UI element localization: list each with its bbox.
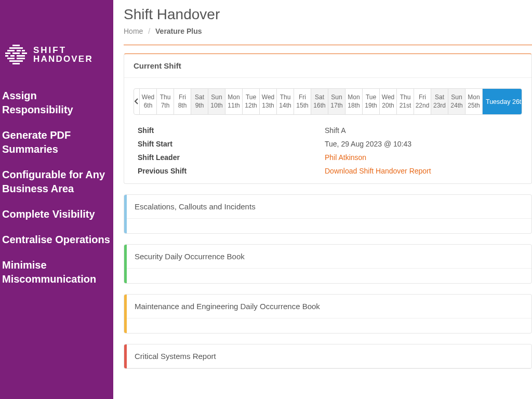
date-cell[interactable]: Sat9th: [191, 89, 208, 114]
main-content: Shift Handover Home / Verature Plus Curr…: [113, 0, 532, 399]
svg-rect-0: [12, 45, 20, 46]
date-cell[interactable]: Sat16th: [311, 89, 328, 114]
panel-critical[interactable]: Critical Systems Report: [124, 344, 532, 369]
brand-line2: HANDOVER: [33, 55, 93, 63]
svg-rect-8: [5, 55, 8, 57]
date-dow: Tue: [363, 93, 379, 101]
sidebar: SHIFT HANDOVER Assign Responsibility Gen…: [0, 0, 113, 399]
svg-rect-5: [5, 52, 10, 54]
panel-header-escalations: Escalations, Callouts and Incidents: [124, 195, 531, 219]
svg-rect-12: [17, 58, 25, 59]
date-dow: Mon: [466, 93, 482, 101]
svg-rect-6: [12, 52, 20, 54]
date-dow: Fri: [294, 93, 311, 101]
date-cell[interactable]: Thu21st: [397, 89, 414, 114]
breadcrumb: Home / Verature Plus: [124, 27, 532, 35]
panel-escalations[interactable]: Escalations, Callouts and Incidents: [124, 194, 532, 234]
page-title: Shift Handover: [124, 6, 532, 23]
date-cell[interactable]: Tue19th: [363, 89, 380, 114]
panel-body-maintenance: [124, 318, 531, 333]
date-num: 18th: [345, 101, 362, 110]
date-num: 11th: [225, 101, 242, 110]
breadcrumb-home[interactable]: Home: [124, 27, 143, 35]
svg-rect-7: [22, 52, 27, 54]
date-cell[interactable]: Thu7th: [157, 89, 174, 114]
date-dow: Thu: [157, 93, 174, 101]
svg-rect-13: [9, 60, 23, 62]
brand-text: SHIFT HANDOVER: [33, 46, 93, 63]
date-dow: Fri: [174, 93, 191, 101]
chevron-left-icon: [134, 98, 139, 106]
svg-rect-14: [12, 63, 20, 64]
date-cell[interactable]: Sun10th: [208, 89, 225, 114]
shift-info: Shift Shift A Shift Start Tue, 29 Aug 20…: [134, 126, 522, 175]
sidebar-item-minimise-miscommunication[interactable]: Minimise Miscommunication: [0, 252, 113, 292]
date-num: 25th: [466, 101, 482, 110]
date-cell[interactable]: Sat23rd: [431, 89, 448, 114]
date-cell[interactable]: Fri15th: [294, 89, 311, 114]
svg-rect-11: [7, 58, 15, 59]
link-download-report[interactable]: Download Shift Handover Report: [325, 167, 431, 175]
date-dow: Sun: [448, 93, 465, 101]
date-cell[interactable]: Mon18th: [345, 89, 363, 114]
date-num: 17th: [328, 101, 345, 110]
date-today[interactable]: Tuesday 26th, September: [483, 89, 522, 114]
link-shift-leader[interactable]: Phil Atkinson: [325, 153, 366, 162]
date-cell[interactable]: Wed6th: [140, 89, 157, 114]
date-dow: Sat: [311, 93, 328, 101]
date-num: 19th: [363, 101, 379, 110]
panel-header-security: Security Daily Occurrence Book: [124, 245, 531, 269]
date-cell[interactable]: Mon25th: [466, 89, 483, 114]
panel-body-security: [124, 269, 531, 283]
date-num: 24th: [448, 101, 465, 110]
date-dow: Thu: [277, 93, 294, 101]
value-previous-shift: Download Shift Handover Report: [325, 167, 518, 175]
date-cell[interactable]: Fri22nd: [414, 89, 431, 114]
label-previous-shift: Previous Shift: [138, 167, 325, 175]
date-dow: Mon: [225, 93, 242, 101]
panel-header-maintenance: Maintenance and Engineering Daily Occurr…: [124, 295, 531, 318]
date-cell[interactable]: Tue12th: [243, 89, 260, 114]
date-cell[interactable]: Sun24th: [448, 89, 466, 114]
date-num: 20th: [380, 101, 396, 110]
date-dow: Sun: [328, 93, 345, 101]
date-cell[interactable]: Wed13th: [260, 89, 277, 114]
date-num: 14th: [277, 101, 294, 110]
panel-body-current-shift: Wed6thThu7thFri8thSat9thSun10thMon11thTu…: [124, 78, 531, 183]
date-dow: Fri: [414, 93, 431, 101]
date-num: 7th: [157, 101, 174, 110]
date-num: 6th: [140, 101, 156, 110]
date-prev-button[interactable]: [134, 89, 140, 114]
date-cell[interactable]: Wed20th: [380, 89, 397, 114]
date-cell[interactable]: Sun17th: [328, 89, 345, 114]
date-num: 23rd: [431, 101, 448, 110]
date-cell[interactable]: Fri8th: [174, 89, 191, 114]
date-dow: Tue: [243, 93, 259, 101]
date-num: 21st: [397, 101, 414, 110]
svg-rect-3: [17, 50, 21, 51]
breadcrumb-separator: /: [148, 27, 150, 35]
value-shift: Shift A: [325, 126, 518, 135]
sidebar-item-assign-responsibility[interactable]: Assign Responsibility: [0, 83, 113, 123]
panel-maintenance[interactable]: Maintenance and Engineering Daily Occurr…: [124, 294, 532, 334]
sidebar-item-generate-pdf[interactable]: Generate PDF Summaries: [0, 123, 113, 162]
date-dow: Wed: [260, 93, 276, 101]
date-cell[interactable]: Mon11th: [225, 89, 243, 114]
value-shift-start: Tue, 29 Aug 2023 @ 10:43: [325, 140, 518, 148]
date-num: 12th: [243, 101, 259, 110]
date-cell[interactable]: Thu14th: [277, 89, 294, 114]
date-dow: Wed: [140, 93, 156, 101]
date-strip: Wed6thThu7thFri8thSat9thSun10thMon11thTu…: [134, 88, 522, 115]
sidebar-item-complete-visibility[interactable]: Complete Visibility: [0, 202, 113, 227]
brand-line1: SHIFT: [33, 46, 93, 55]
brand-logo: SHIFT HANDOVER: [0, 45, 113, 83]
date-dow: Thu: [397, 93, 414, 101]
sidebar-item-configurable[interactable]: Configurable for Any Business Area: [0, 162, 113, 202]
date-num: 13th: [260, 101, 276, 110]
svg-rect-1: [9, 47, 23, 49]
panel-current-shift: Current Shift Wed6thThu7thFri8thSat9thSu…: [124, 54, 532, 184]
panel-security[interactable]: Security Daily Occurrence Book: [124, 244, 532, 284]
date-num: 9th: [191, 101, 208, 110]
panel-header-current-shift: Current Shift: [124, 54, 531, 78]
sidebar-item-centralise-operations[interactable]: Centralise Operations: [0, 227, 113, 252]
